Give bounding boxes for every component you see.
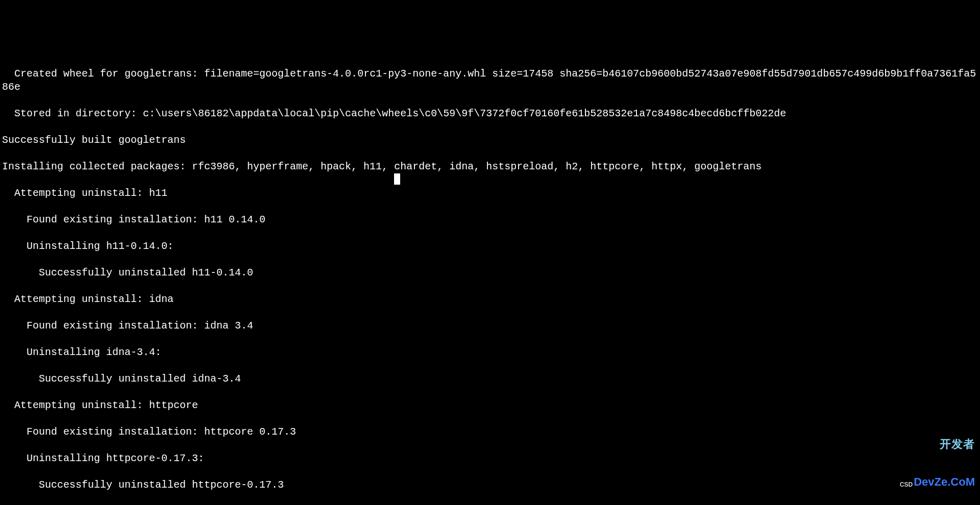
watermark-bottom: CSDDevZe.CoM	[900, 476, 975, 488]
output-line: Found existing installation: h11 0.14.0	[2, 213, 978, 226]
watermark-top: 开发者	[900, 439, 975, 450]
output-line: Successfully uninstalled idna-3.4	[2, 372, 978, 386]
terminal-output[interactable]: Created wheel for googletrans: filename=…	[2, 54, 978, 505]
watermark-prefix: CSD	[900, 481, 913, 488]
output-line: Uninstalling idna-3.4:	[2, 346, 978, 359]
output-line: Found existing installation: httpcore 0.…	[2, 425, 978, 439]
output-line: Successfully built googletrans	[2, 134, 978, 147]
cursor-icon	[394, 173, 400, 185]
output-line: Stored in directory: c:\users\86182\appd…	[2, 107, 978, 120]
watermark: 开发者 CSDDevZe.CoM	[900, 412, 975, 501]
output-line: Installing collected packages: rfc3986, …	[2, 160, 978, 173]
output-line: Found existing installation: idna 3.4	[2, 319, 978, 333]
output-line: Successfully uninstalled httpcore-0.17.3	[2, 478, 978, 492]
output-line: Uninstalling httpcore-0.17.3:	[2, 452, 978, 465]
output-line: Attempting uninstall: httpcore	[2, 399, 978, 412]
output-line: Successfully uninstalled h11-0.14.0	[2, 266, 978, 280]
output-line: Created wheel for googletrans: filename=…	[2, 67, 978, 94]
output-line: Attempting uninstall: h11	[2, 187, 978, 200]
output-line: Attempting uninstall: idna	[2, 293, 978, 306]
output-line: Uninstalling h11-0.14.0:	[2, 240, 978, 253]
